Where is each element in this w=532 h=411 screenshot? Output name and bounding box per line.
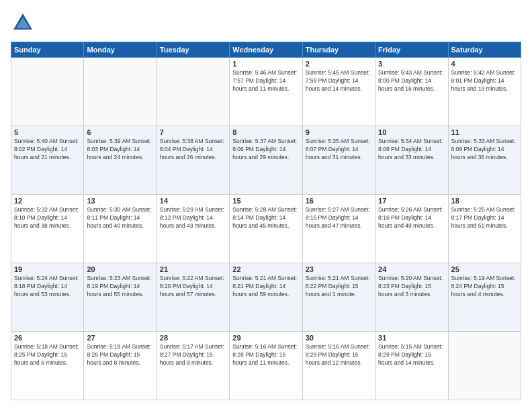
- calendar-cell: 30Sunrise: 5:16 AM Sunset: 8:29 PM Dayli…: [302, 332, 375, 400]
- day-number: 29: [232, 334, 299, 342]
- calendar-cell: 19Sunrise: 5:24 AM Sunset: 8:18 PM Dayli…: [11, 263, 84, 332]
- calendar-cell: 31Sunrise: 5:15 AM Sunset: 8:29 PM Dayli…: [375, 332, 448, 400]
- calendar-cell: 14Sunrise: 5:29 AM Sunset: 8:12 PM Dayli…: [157, 195, 229, 263]
- day-info: Sunrise: 5:21 AM Sunset: 8:21 PM Dayligh…: [232, 275, 299, 299]
- day-info: Sunrise: 5:28 AM Sunset: 8:14 PM Dayligh…: [232, 206, 299, 230]
- calendar-cell: 5Sunrise: 5:40 AM Sunset: 8:02 PM Daylig…: [11, 126, 84, 195]
- day-number: 17: [378, 197, 445, 205]
- header-row: SundayMondayTuesdayWednesdayThursdayFrid…: [11, 42, 521, 58]
- calendar-cell: 28Sunrise: 5:17 AM Sunset: 8:27 PM Dayli…: [157, 332, 229, 400]
- day-number: 30: [306, 334, 372, 342]
- day-header-tuesday: Tuesday: [157, 42, 229, 58]
- day-info: Sunrise: 5:19 AM Sunset: 8:24 PM Dayligh…: [451, 275, 518, 299]
- day-info: Sunrise: 5:45 AM Sunset: 7:59 PM Dayligh…: [306, 69, 372, 93]
- day-info: Sunrise: 5:43 AM Sunset: 8:00 PM Dayligh…: [378, 69, 445, 93]
- calendar: SundayMondayTuesdayWednesdayThursdayFrid…: [11, 42, 521, 400]
- day-info: Sunrise: 5:29 AM Sunset: 8:12 PM Dayligh…: [160, 206, 226, 230]
- day-number: 24: [378, 265, 445, 273]
- calendar-cell: [448, 332, 521, 400]
- day-info: Sunrise: 5:16 AM Sunset: 8:29 PM Dayligh…: [306, 343, 372, 367]
- day-number: 9: [306, 128, 372, 136]
- day-info: Sunrise: 5:16 AM Sunset: 8:28 PM Dayligh…: [232, 343, 299, 367]
- day-number: 6: [87, 128, 153, 136]
- calendar-cell: 17Sunrise: 5:26 AM Sunset: 8:16 PM Dayli…: [375, 195, 448, 263]
- calendar-cell: 12Sunrise: 5:32 AM Sunset: 8:10 PM Dayli…: [11, 195, 84, 263]
- day-number: 7: [160, 128, 226, 136]
- day-number: 5: [14, 128, 81, 136]
- calendar-cell: 1Sunrise: 5:46 AM Sunset: 7:57 PM Daylig…: [230, 58, 302, 126]
- day-info: Sunrise: 5:33 AM Sunset: 8:09 PM Dayligh…: [451, 138, 518, 162]
- calendar-cell: 15Sunrise: 5:28 AM Sunset: 8:14 PM Dayli…: [230, 195, 302, 263]
- day-info: Sunrise: 5:38 AM Sunset: 8:04 PM Dayligh…: [160, 138, 226, 162]
- logo: [11, 11, 38, 35]
- calendar-cell: [157, 58, 229, 126]
- day-info: Sunrise: 5:37 AM Sunset: 8:06 PM Dayligh…: [232, 138, 299, 162]
- day-number: 11: [451, 128, 518, 136]
- day-header-thursday: Thursday: [302, 42, 375, 58]
- calendar-cell: 27Sunrise: 5:18 AM Sunset: 8:26 PM Dayli…: [84, 332, 157, 400]
- calendar-cell: [84, 58, 157, 126]
- calendar-cell: 8Sunrise: 5:37 AM Sunset: 8:06 PM Daylig…: [230, 126, 302, 195]
- week-row-4: 19Sunrise: 5:24 AM Sunset: 8:18 PM Dayli…: [11, 263, 521, 332]
- day-info: Sunrise: 5:34 AM Sunset: 8:08 PM Dayligh…: [378, 138, 445, 162]
- day-number: 31: [378, 334, 445, 342]
- day-number: 19: [14, 265, 81, 273]
- calendar-cell: 21Sunrise: 5:22 AM Sunset: 8:20 PM Dayli…: [157, 263, 229, 332]
- calendar-cell: 26Sunrise: 5:18 AM Sunset: 8:25 PM Dayli…: [11, 332, 84, 400]
- day-info: Sunrise: 5:27 AM Sunset: 8:15 PM Dayligh…: [306, 206, 372, 230]
- calendar-cell: 3Sunrise: 5:43 AM Sunset: 8:00 PM Daylig…: [375, 58, 448, 126]
- day-header-saturday: Saturday: [448, 42, 521, 58]
- calendar-cell: 18Sunrise: 5:25 AM Sunset: 8:17 PM Dayli…: [448, 195, 521, 263]
- calendar-cell: 22Sunrise: 5:21 AM Sunset: 8:21 PM Dayli…: [230, 263, 302, 332]
- day-number: 15: [232, 197, 299, 205]
- calendar-cell: 6Sunrise: 5:39 AM Sunset: 8:03 PM Daylig…: [84, 126, 157, 195]
- calendar-cell: 25Sunrise: 5:19 AM Sunset: 8:24 PM Dayli…: [448, 263, 521, 332]
- day-info: Sunrise: 5:32 AM Sunset: 8:10 PM Dayligh…: [14, 206, 81, 230]
- day-number: 10: [378, 128, 445, 136]
- day-number: 8: [232, 128, 299, 136]
- day-number: 28: [160, 334, 226, 342]
- day-info: Sunrise: 5:46 AM Sunset: 7:57 PM Dayligh…: [232, 69, 299, 93]
- header: [11, 11, 521, 35]
- calendar-cell: 10Sunrise: 5:34 AM Sunset: 8:08 PM Dayli…: [375, 126, 448, 195]
- day-number: 12: [14, 197, 81, 205]
- week-row-1: 1Sunrise: 5:46 AM Sunset: 7:57 PM Daylig…: [11, 58, 521, 126]
- day-header-monday: Monday: [84, 42, 157, 58]
- day-info: Sunrise: 5:40 AM Sunset: 8:02 PM Dayligh…: [14, 138, 81, 162]
- day-info: Sunrise: 5:20 AM Sunset: 8:23 PM Dayligh…: [378, 275, 445, 299]
- day-number: 21: [160, 265, 226, 273]
- day-info: Sunrise: 5:35 AM Sunset: 8:07 PM Dayligh…: [306, 138, 372, 162]
- calendar-cell: 24Sunrise: 5:20 AM Sunset: 8:23 PM Dayli…: [375, 263, 448, 332]
- day-header-sunday: Sunday: [11, 42, 84, 58]
- day-number: 25: [451, 265, 518, 273]
- day-info: Sunrise: 5:26 AM Sunset: 8:16 PM Dayligh…: [378, 206, 445, 230]
- calendar-cell: 20Sunrise: 5:23 AM Sunset: 8:19 PM Dayli…: [84, 263, 157, 332]
- calendar-cell: 4Sunrise: 5:42 AM Sunset: 8:01 PM Daylig…: [448, 58, 521, 126]
- calendar-cell: [11, 58, 84, 126]
- calendar-cell: 2Sunrise: 5:45 AM Sunset: 7:59 PM Daylig…: [302, 58, 375, 126]
- day-number: 14: [160, 197, 226, 205]
- calendar-cell: 13Sunrise: 5:30 AM Sunset: 8:11 PM Dayli…: [84, 195, 157, 263]
- logo-icon: [11, 11, 35, 35]
- day-number: 26: [14, 334, 81, 342]
- day-number: 16: [306, 197, 372, 205]
- calendar-cell: 11Sunrise: 5:33 AM Sunset: 8:09 PM Dayli…: [448, 126, 521, 195]
- day-number: 4: [451, 60, 518, 68]
- day-info: Sunrise: 5:30 AM Sunset: 8:11 PM Dayligh…: [87, 206, 153, 230]
- day-info: Sunrise: 5:18 AM Sunset: 8:25 PM Dayligh…: [14, 343, 81, 367]
- day-info: Sunrise: 5:18 AM Sunset: 8:26 PM Dayligh…: [87, 343, 153, 367]
- day-info: Sunrise: 5:23 AM Sunset: 8:19 PM Dayligh…: [87, 275, 153, 299]
- day-number: 18: [451, 197, 518, 205]
- day-info: Sunrise: 5:24 AM Sunset: 8:18 PM Dayligh…: [14, 275, 81, 299]
- day-number: 22: [232, 265, 299, 273]
- calendar-cell: 16Sunrise: 5:27 AM Sunset: 8:15 PM Dayli…: [302, 195, 375, 263]
- day-number: 23: [306, 265, 372, 273]
- day-info: Sunrise: 5:42 AM Sunset: 8:01 PM Dayligh…: [451, 69, 518, 93]
- day-number: 1: [232, 60, 299, 68]
- day-info: Sunrise: 5:21 AM Sunset: 8:22 PM Dayligh…: [306, 275, 372, 299]
- day-header-friday: Friday: [375, 42, 448, 58]
- day-info: Sunrise: 5:15 AM Sunset: 8:29 PM Dayligh…: [378, 343, 445, 367]
- day-number: 2: [306, 60, 372, 68]
- page: SundayMondayTuesdayWednesdayThursdayFrid…: [0, 0, 532, 411]
- calendar-cell: 7Sunrise: 5:38 AM Sunset: 8:04 PM Daylig…: [157, 126, 229, 195]
